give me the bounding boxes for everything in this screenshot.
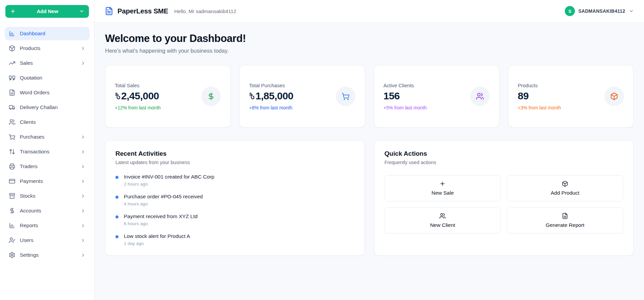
- sidebar-nav: Dashboard Products Sales Quotation Word …: [0, 23, 94, 262]
- list-item: Payment received from XYZ Ltd 6 hours ag…: [115, 213, 354, 226]
- activity-time: 4 hours ago: [124, 201, 203, 206]
- new-client-button[interactable]: New Client: [385, 207, 501, 234]
- chevron-right-icon: [81, 238, 86, 243]
- stat-card-products: Products 89 +3% from last month: [508, 65, 634, 128]
- welcome-block: Welcome to your Dashboard! Here's what's…: [105, 33, 634, 54]
- cart-icon: [336, 87, 355, 106]
- user-name: SADMANSAKIB4112: [578, 8, 625, 14]
- sidebar-item-users[interactable]: Users: [5, 234, 90, 247]
- stat-card-active-clients: Active Clients 156 +5% from last month: [374, 65, 499, 128]
- sidebar-item-quotation[interactable]: Quotation: [5, 71, 90, 85]
- chevron-right-icon: [81, 149, 86, 154]
- top-header: PaperLess SME Hello, Mr sadmansakib4112 …: [95, 0, 644, 22]
- chevron-right-icon: [81, 208, 86, 213]
- sidebar-header: Add New: [0, 0, 94, 22]
- sidebar-item-purchases[interactable]: Purchases: [5, 130, 90, 144]
- printer-icon: [9, 163, 15, 170]
- sidebar-item-stocks[interactable]: Stocks: [5, 189, 90, 203]
- quote-icon: [9, 74, 15, 81]
- stat-card-total-purchases: Total Purchases 1,85,000 +8% from last m…: [239, 65, 365, 128]
- activity-text: Purchase order #PO-045 received: [124, 194, 203, 200]
- page-title: Welcome to your Dashboard!: [105, 33, 634, 45]
- truck-icon: [9, 104, 15, 111]
- users-icon: [470, 87, 490, 106]
- chevron-right-icon: [81, 179, 86, 184]
- document-icon: [105, 7, 113, 15]
- sidebar-item-label: Accounts: [20, 208, 41, 214]
- package-icon: [9, 45, 15, 52]
- stat-value: 156: [384, 90, 427, 102]
- sidebar-item-products[interactable]: Products: [5, 42, 90, 55]
- package-icon: [562, 181, 568, 187]
- app-title: PaperLess SME: [117, 7, 168, 15]
- sidebar-item-clients[interactable]: Clients: [5, 115, 90, 129]
- sidebar-item-traders[interactable]: Traders: [5, 160, 90, 173]
- chevron-right-icon: [81, 194, 86, 199]
- sidebar-item-label: Clients: [20, 119, 36, 125]
- activity-time: 6 hours ago: [124, 221, 198, 226]
- sidebar-item-label: Sales: [20, 60, 33, 66]
- dollar-icon: [9, 207, 15, 214]
- sidebar-item-word-orders[interactable]: Word Orders: [5, 86, 90, 99]
- dollar-icon: [201, 87, 221, 106]
- sidebar-item-label: Word Orders: [20, 90, 49, 96]
- dashboard-content: Welcome to your Dashboard! Here's what's…: [95, 22, 644, 266]
- greeting-text: Hello, Mr sadmansakib4112: [174, 8, 236, 14]
- activity-text: Invoice #INV-001 created for ABC Corp: [124, 174, 214, 180]
- chevron-right-icon: [81, 135, 86, 140]
- sidebar-item-label: Payments: [20, 178, 43, 184]
- activity-text: Payment received from XYZ Ltd: [124, 213, 198, 219]
- list-item: Low stock alert for Product A 1 day ago: [115, 233, 354, 246]
- activity-dot: [115, 196, 118, 199]
- activity-time: 2 hours ago: [124, 182, 214, 187]
- sidebar-item-delivery-challan[interactable]: Delivery Challan: [5, 101, 90, 114]
- stat-value: 1,85,000: [249, 90, 293, 102]
- file-text-icon: [9, 89, 15, 96]
- sidebar-item-transactions[interactable]: Transactions: [5, 145, 90, 158]
- panel-title: Recent Activities: [115, 150, 354, 157]
- sidebar-item-accounts[interactable]: Accounts: [5, 204, 90, 217]
- arrows-up-down-icon: [9, 148, 15, 155]
- sidebar-item-label: Dashboard: [20, 31, 45, 37]
- main-area: PaperLess SME Hello, Mr sadmansakib4112 …: [95, 0, 644, 300]
- quick-actions-grid: New Sale Add Product New Client Generate…: [385, 175, 624, 234]
- chevron-right-icon: [81, 46, 86, 51]
- user-check-icon: [9, 237, 15, 244]
- stats-row: Total Sales 2,45,000 +12% from last mont…: [105, 65, 634, 128]
- user-menu[interactable]: S SADMANSAKIB4112: [565, 6, 634, 16]
- sidebar-item-label: Traders: [20, 163, 38, 169]
- stat-label: Total Purchases: [249, 83, 293, 88]
- stat-value: 2,45,000: [115, 90, 161, 102]
- taka-currency-icon: [249, 92, 255, 100]
- sidebar-item-settings[interactable]: Settings: [5, 248, 90, 262]
- sidebar-item-label: Settings: [20, 252, 39, 258]
- list-item: Purchase order #PO-045 received 4 hours …: [115, 194, 354, 206]
- add-new-button[interactable]: Add New: [5, 5, 89, 18]
- panel-title: Quick Actions: [385, 150, 624, 157]
- package-icon: [604, 87, 624, 106]
- stat-label: Total Sales: [115, 83, 161, 88]
- add-product-button[interactable]: Add Product: [507, 175, 623, 201]
- chevron-right-icon: [81, 61, 86, 66]
- sidebar-item-payments[interactable]: Payments: [5, 174, 90, 188]
- chevron-right-icon: [81, 164, 86, 169]
- sidebar-item-dashboard[interactable]: Dashboard: [5, 27, 90, 40]
- sidebar-item-label: Reports: [20, 222, 38, 229]
- stat-label: Active Clients: [384, 83, 427, 88]
- stat-value: 89: [518, 90, 561, 102]
- chevron-down-icon: [79, 9, 84, 14]
- activity-dot: [115, 235, 118, 238]
- recent-activities-panel: Recent Activities Latest updates from yo…: [105, 140, 365, 256]
- generate-report-button[interactable]: Generate Report: [507, 207, 623, 234]
- panel-subtitle: Latest updates from your business: [115, 160, 354, 165]
- sidebar-item-label: Purchases: [20, 134, 44, 140]
- sidebar-item-label: Users: [20, 237, 33, 243]
- stat-card-total-sales: Total Sales 2,45,000 +12% from last mont…: [105, 65, 231, 128]
- stat-change: +3% from last month: [518, 105, 561, 110]
- sidebar-item-reports[interactable]: Reports: [5, 219, 90, 232]
- sidebar-item-sales[interactable]: Sales: [5, 56, 90, 70]
- page-subtitle: Here's what's happening with your busine…: [105, 48, 634, 54]
- activity-dot: [115, 215, 118, 218]
- new-sale-button[interactable]: New Sale: [385, 175, 501, 201]
- gear-icon: [9, 252, 15, 258]
